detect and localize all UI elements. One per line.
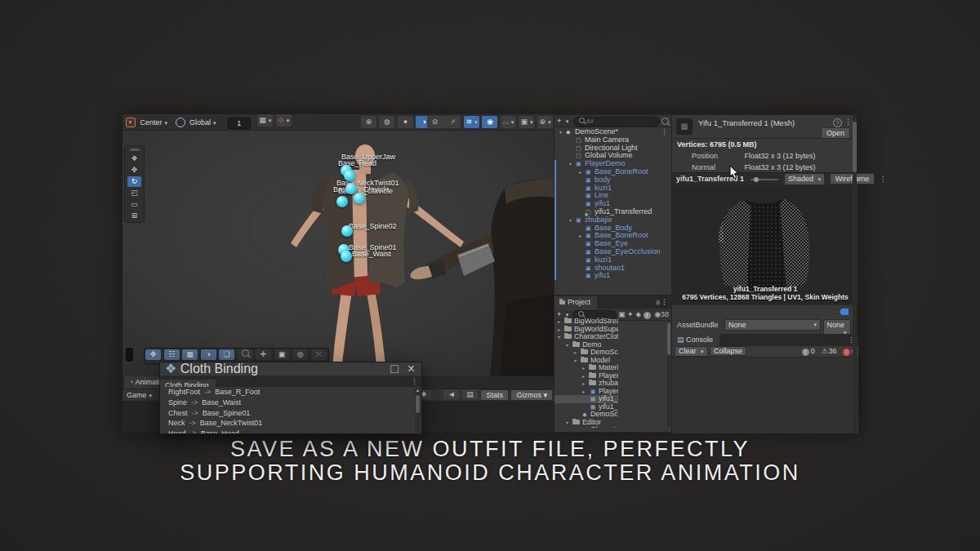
info-count-badge[interactable]: !0 — [802, 346, 815, 357]
scene-viewport[interactable]: ❖ ✥ ↻ ◰ ▭ ⊞ ✥ ☷ ▦ ◑ ❏ ✛ ▣ ◎ ⤫ Base_Upper… — [122, 131, 555, 376]
component-view-button[interactable]: ▣▾ — [519, 116, 534, 128]
hierarchy-item[interactable]: ▣body — [555, 176, 671, 184]
hierarchy-item[interactable]: ▣kuzi1 — [555, 184, 671, 193]
expand-arrow-icon[interactable]: ▸ — [579, 169, 586, 176]
mesh-preview[interactable]: yifu1_Transferred 1 6795 Vertices, 12868… — [672, 185, 858, 304]
move-overlay-button[interactable]: ✥ — [145, 349, 161, 360]
move-tool-button[interactable]: ✥ — [127, 165, 141, 176]
clear-button[interactable]: Clear ▾ — [675, 346, 708, 357]
cut-tool-button[interactable]: ⌿ — [445, 116, 461, 128]
lock-icon[interactable]: a — [656, 298, 660, 306]
project-item[interactable]: ▾Model — [555, 357, 618, 365]
bone-tree-button[interactable]: ☷ — [164, 349, 180, 360]
zoom-tool-button[interactable] — [238, 349, 253, 360]
hierarchy-item[interactable]: ▸▣Base_BoneRoot — [555, 232, 671, 240]
expand-arrow-icon[interactable]: ▾ — [574, 358, 581, 365]
orbit-button[interactable]: ◎ — [292, 349, 308, 360]
expand-arrow-icon[interactable]: ▾ — [566, 342, 572, 349]
cloth-binding-row[interactable]: Spine->Base_Waist — [160, 398, 421, 408]
stats-button[interactable]: Stats — [480, 389, 509, 401]
info-icon[interactable]: ! — [644, 312, 651, 319]
collapse-button[interactable]: Collapse — [710, 346, 746, 356]
warning-count-badge[interactable]: ⚠36 — [821, 346, 836, 357]
project-item[interactable]: ▦yifu1_Transferred 1 — [555, 395, 618, 403]
camera-dropdown-button[interactable]: ⌓▾ — [501, 116, 516, 128]
cloth-binding-row[interactable]: Neck->Base_NeckTwist01 — [160, 418, 421, 429]
expand-arrow-icon[interactable]: ▸ — [582, 373, 589, 380]
project-item[interactable]: ▤CharacterClothBindingE — [555, 426, 618, 428]
project-item[interactable]: ▸DemoScene — [555, 349, 618, 357]
project-scrollbar[interactable] — [667, 321, 670, 427]
help-icon[interactable]: ? — [833, 118, 842, 127]
game-display-dropdown[interactable]: Game — [127, 391, 147, 399]
inspector-scrollbar[interactable] — [853, 115, 857, 433]
cloth-binding-row[interactable]: Chest->Base_Spine01 — [160, 408, 421, 419]
speaker-icon[interactable]: ◄ — [443, 389, 459, 399]
hierarchy-search-input[interactable]: All — [573, 117, 660, 127]
transform-tool-button[interactable]: ⊞ — [127, 211, 141, 221]
console-log-area[interactable] — [672, 358, 858, 433]
open-asset-icon[interactable]: ▣ — [618, 310, 626, 318]
expand-arrow-icon[interactable]: ▸ — [582, 380, 589, 388]
hierarchy-item[interactable]: ▢Main Camera — [555, 136, 671, 144]
scale-tool-button[interactable]: ◰ — [127, 188, 141, 198]
hand-tool-button[interactable]: ❖ — [127, 153, 141, 164]
cloth-binding-row[interactable]: Head->Base_Head — [160, 429, 421, 434]
expand-arrow-icon[interactable]: ▾ — [558, 334, 564, 341]
hierarchy-item[interactable]: ▣yifu1 — [555, 200, 671, 208]
orientation-dropdown[interactable]: Global — [189, 118, 211, 127]
expand-arrow-icon[interactable]: ▸ — [582, 389, 589, 396]
rotate-tool-button[interactable]: ↻ — [127, 176, 141, 187]
skybox-toggle-button[interactable]: ◍ — [379, 116, 394, 128]
project-item[interactable]: ▸PlayerDemo.fbm — [555, 372, 618, 380]
hierarchy-item[interactable]: ▸▣Base_BoneRoot — [555, 168, 671, 176]
hierarchy-item[interactable]: ▣shoutao1 — [555, 264, 671, 273]
random-pose-button[interactable]: ⤫ — [311, 349, 327, 360]
hidden-count-icon[interactable]: ◉ — [654, 310, 661, 318]
duplicate-button[interactable]: ▣ — [274, 349, 290, 360]
gizmo-sphere-button[interactable]: ⊕ — [361, 116, 376, 128]
grid-snap-button[interactable]: ▦▾ — [257, 114, 273, 127]
expand-arrow-icon[interactable]: ▸ — [582, 365, 589, 372]
tool-handle-icon[interactable] — [126, 118, 136, 127]
expand-arrow-icon[interactable]: ▸ — [574, 349, 581, 357]
expand-arrow-icon[interactable]: ▸ — [558, 327, 564, 334]
sphere-gizmo-button[interactable]: ◑ — [201, 349, 216, 360]
preview-slider[interactable] — [751, 179, 778, 180]
hierarchy-item[interactable]: ▾▣zhubajie — [555, 216, 671, 224]
layers-overlay-button[interactable]: ❏ — [219, 349, 234, 360]
shading-mode-dropdown[interactable]: Shaded ▾ — [784, 173, 825, 185]
tag-icon[interactable] — [840, 309, 849, 315]
close-icon[interactable]: × — [408, 362, 415, 375]
tab-project[interactable]: Project — [555, 296, 597, 310]
project-item[interactable]: ▦yifu1_Transferred — [555, 403, 618, 411]
keyboard-icon[interactable]: ▤ — [462, 389, 478, 399]
bone-handle[interactable] — [344, 170, 355, 181]
gizmos-button[interactable]: Gizmos ▾ — [510, 389, 553, 401]
overlay-drag-handle[interactable] — [126, 348, 133, 362]
hierarchy-item[interactable]: ▢Directional Light — [555, 144, 671, 153]
pan-tool-button[interactable]: ✛ — [256, 349, 271, 360]
hierarchy-item[interactable]: ▾▣PlayerDemo — [555, 160, 671, 168]
project-item[interactable]: ▾Demo — [555, 341, 618, 349]
snap-increment-input[interactable]: 1 — [228, 118, 251, 129]
bone-handle[interactable] — [341, 251, 352, 262]
bone-handle[interactable] — [345, 183, 357, 194]
cloth-window-titlebar[interactable]: ❖ Cloth Binding □ × — [160, 362, 421, 376]
drag-handle[interactable] — [130, 149, 140, 151]
open-button[interactable]: Open — [821, 127, 850, 139]
hierarchy-item[interactable]: ▣Base_EyeOcclusion — [555, 248, 671, 256]
project-item[interactable]: ▸▣PlayerDemo — [555, 388, 618, 396]
project-item[interactable]: ▾Editor — [555, 419, 618, 427]
package-icon[interactable]: ✦ — [627, 310, 634, 318]
expand-arrow-icon[interactable]: ▾ — [569, 161, 576, 168]
hierarchy-item[interactable]: ▣yifu1 — [555, 272, 671, 280]
assetbundle-dropdown[interactable]: None▾ — [724, 319, 821, 331]
kebab-icon[interactable]: ⋮ — [661, 128, 668, 136]
gizmo-options-button[interactable]: ⊕▾ — [537, 116, 553, 128]
search-scope-icon[interactable] — [662, 118, 669, 125]
lighting-toggle-button[interactable]: ● — [398, 116, 413, 128]
bone-handle[interactable] — [341, 225, 353, 237]
project-item[interactable]: ▸Materials — [555, 364, 618, 372]
kebab-icon[interactable]: ⋮ — [411, 377, 418, 385]
